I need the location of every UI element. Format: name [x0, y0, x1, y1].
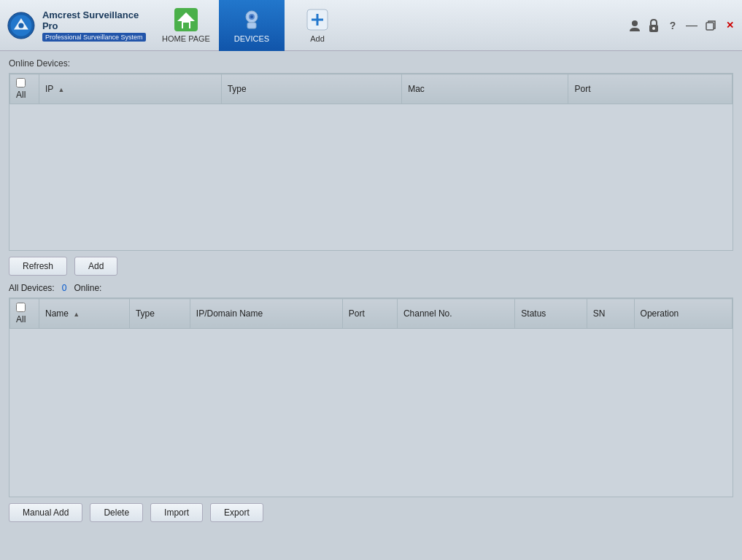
online-col-type: Type	[221, 74, 402, 104]
online-devices-label: Online Devices:	[9, 58, 733, 69]
name-sort-icon: ▲	[73, 311, 80, 318]
app-title: Amcrest Surveillance Pro	[42, 9, 146, 31]
user-control[interactable]	[628, 19, 641, 32]
refresh-button[interactable]: Refresh	[9, 257, 67, 276]
all-devices-table-container: All Name ▲ Type IP/Domain Name	[9, 298, 733, 497]
all-devices-count: 0	[62, 283, 67, 293]
app-logo-icon	[7, 10, 35, 41]
tab-home[interactable]: HOME PAGE	[153, 0, 219, 51]
all-col-operation: Operation	[634, 299, 732, 329]
home-icon	[174, 8, 198, 31]
online-devices-buttons: Refresh Add	[9, 257, 733, 276]
online-col-mac: Mac	[402, 74, 568, 104]
online-devices-section: Online Devices: All IP ▲ Type	[9, 58, 733, 251]
all-devices-prefix: All Devices:	[9, 283, 55, 293]
close-button[interactable]: ✕	[723, 19, 736, 32]
nav-tabs: HOME PAGE DEVICES	[153, 0, 350, 51]
manual-add-button[interactable]: Manual Add	[9, 503, 82, 522]
tab-devices[interactable]: DEVICES	[219, 0, 285, 51]
online-select-all-checkbox[interactable]	[16, 78, 26, 88]
app-title-block: Amcrest Surveillance Pro Professional Su…	[42, 9, 146, 42]
svg-rect-17	[706, 23, 714, 30]
all-col-sn: SN	[587, 299, 634, 329]
all-col-type: Type	[129, 299, 190, 329]
all-col-status: Status	[515, 299, 587, 329]
all-devices-table: All Name ▲ Type IP/Domain Name	[9, 298, 733, 329]
online-devices-empty-area	[9, 104, 733, 250]
online-devices-table-container: All IP ▲ Type Mac Port	[9, 73, 733, 251]
all-select-all-checkbox[interactable]	[16, 303, 26, 312]
import-button[interactable]: Import	[150, 503, 203, 522]
restore-button[interactable]	[704, 19, 717, 32]
svg-point-10	[250, 15, 253, 18]
add-icon	[306, 8, 329, 31]
all-devices-buttons: Manual Add Delete Import Export	[9, 503, 733, 522]
all-devices-empty-area	[9, 329, 733, 497]
title-bar: Amcrest Surveillance Pro Professional Su…	[0, 0, 742, 51]
all-col-ip-domain: IP/Domain Name	[190, 299, 342, 329]
app-subtitle: Professional Surveillance System	[42, 33, 146, 42]
tab-add[interactable]: Add	[285, 0, 350, 51]
all-devices-stats-row: All Devices: 0 Online:	[9, 283, 733, 293]
online-col-all: All	[10, 74, 39, 104]
help-control[interactable]: ?	[666, 19, 679, 32]
online-devices-table: All IP ▲ Type Mac Port	[9, 74, 733, 104]
svg-point-3	[18, 23, 23, 28]
window-controls: ? — ✕	[628, 19, 742, 32]
svg-rect-6	[183, 23, 189, 28]
minimize-button[interactable]: —	[685, 19, 698, 32]
lock-control[interactable]	[647, 19, 660, 32]
online-add-button[interactable]: Add	[74, 257, 117, 276]
devices-icon	[240, 8, 263, 31]
ip-sort-icon: ▲	[58, 86, 64, 93]
online-col-port: Port	[568, 74, 733, 104]
tab-home-label: HOME PAGE	[162, 34, 210, 43]
svg-point-16	[652, 27, 655, 30]
export-button[interactable]: Export	[210, 503, 263, 522]
online-label: Online:	[74, 283, 101, 293]
online-col-ip[interactable]: IP ▲	[39, 74, 222, 104]
svg-point-14	[632, 20, 638, 26]
all-col-channel: Channel No.	[397, 299, 514, 329]
delete-button[interactable]: Delete	[90, 503, 143, 522]
all-devices-section: All Devices: 0 Online: All Name ▲	[9, 283, 733, 497]
app-logo: Amcrest Surveillance Pro Professional Su…	[0, 9, 153, 42]
all-col-port: Port	[342, 299, 397, 329]
svg-rect-9	[247, 23, 256, 28]
main-content: Online Devices: All IP ▲ Type	[0, 51, 742, 537]
tab-add-label: Add	[310, 34, 325, 43]
all-col-all: All	[10, 299, 39, 329]
all-col-name[interactable]: Name ▲	[39, 299, 130, 329]
tab-devices-label: DEVICES	[234, 34, 269, 43]
